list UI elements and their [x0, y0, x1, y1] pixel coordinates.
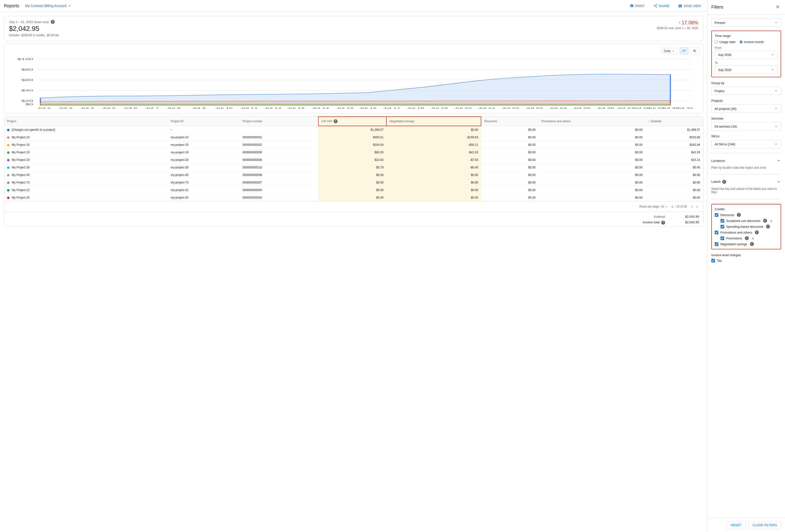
- cell-project-id: my-project-19: [168, 149, 240, 156]
- svg-text:$100: $100: [17, 58, 33, 60]
- table-row: My Project 26 my-project-26 000000000010…: [4, 164, 703, 171]
- promotions-checkbox[interactable]: [720, 237, 724, 240]
- project-dot: [7, 152, 9, 154]
- svg-text:Jul 15: Jul 15: [336, 107, 354, 109]
- cell-project: My Project 73: [4, 179, 168, 186]
- svg-text:Jul 19: Jul 19: [431, 107, 448, 109]
- svg-text:Jul 24: Jul 24: [549, 107, 566, 109]
- cell-list-cost: $0.00: [318, 171, 387, 179]
- table-row: My Project 10 my-project-10 000000000001…: [4, 134, 703, 141]
- cell-negotiated: $0.00: [386, 126, 481, 134]
- cell-list-cost: $0.00: [318, 179, 387, 186]
- svg-text:Jul 10: Jul 10: [216, 107, 233, 109]
- col-promotions: Promotions and others: [538, 117, 645, 126]
- spending-based-help-icon[interactable]: ?: [766, 224, 770, 229]
- labels-desc: Select the key and values of the labels …: [711, 187, 781, 194]
- list-cost-help-icon[interactable]: ?: [334, 119, 337, 123]
- invoice-month-option[interactable]: Invoice month: [739, 40, 764, 44]
- filters-body: Presets Time range Usage date Invoice mo…: [707, 15, 785, 518]
- skus-dropdown[interactable]: All SKUs (194): [711, 140, 781, 148]
- granularity-selector[interactable]: Daily: [661, 48, 678, 54]
- promotions-and-others-help-icon[interactable]: ?: [755, 231, 759, 234]
- project-dot: [7, 144, 9, 146]
- services-dropdown[interactable]: All services (16): [711, 122, 781, 131]
- chart-area: $100 $80 $60 $40 $20 $0 Jul 2: [8, 57, 699, 110]
- svg-text:Jul 26: Jul 26: [597, 107, 614, 109]
- negotiated-checkbox[interactable]: [715, 242, 718, 246]
- summary-note: includes -$258.66 in credits , $0.00 tax: [9, 33, 59, 37]
- skus-value: All SKUs (194): [714, 142, 735, 146]
- cell-negotiated: -$7.50: [386, 156, 481, 164]
- time-range-section: Time range Usage date Invoice month From…: [711, 31, 781, 77]
- line-chart-button[interactable]: [680, 47, 688, 55]
- labels-row[interactable]: Labels ?: [711, 179, 781, 184]
- prev-page-button[interactable]: ‹: [690, 204, 694, 210]
- cell-negotiated: -$159.63: [386, 134, 481, 141]
- cell-project-id: my-project-73: [168, 179, 240, 186]
- to-dropdown[interactable]: July 2020: [715, 65, 778, 74]
- sustained-use-checkbox[interactable]: [720, 219, 724, 222]
- close-filters-button-bottom[interactable]: CLOSE FILTERS: [749, 521, 781, 529]
- table-row: [Charges not specific to a project] – $1…: [4, 126, 703, 134]
- bar-chart-icon: [692, 48, 697, 53]
- svg-text:Jul 14: Jul 14: [312, 107, 329, 109]
- sustained-use-collapse-button[interactable]: ∧: [769, 219, 773, 222]
- usage-date-radio[interactable]: [715, 41, 718, 44]
- cell-project: My Project 10: [4, 134, 168, 141]
- cell-list-cost: $0.00: [318, 194, 387, 202]
- labels-help-icon[interactable]: ?: [722, 180, 726, 184]
- group-by-dropdown[interactable]: Project: [711, 87, 781, 95]
- negotiated-help-icon[interactable]: ?: [750, 242, 754, 246]
- from-label: From: [715, 46, 778, 50]
- filters-sidebar: Filters Presets Time range Usage date: [707, 0, 785, 532]
- svg-text:Jul 23: Jul 23: [526, 107, 543, 109]
- promotions-collapse-button[interactable]: ∧: [751, 236, 755, 240]
- save-view-label: SAVE VIEW: [684, 4, 701, 8]
- save-view-button[interactable]: SAVE VIEW: [676, 2, 703, 9]
- locations-row[interactable]: Locations: [711, 158, 781, 163]
- account-selector[interactable]: My Contract Billing Account: [25, 4, 72, 8]
- summary-change: ↑ 17.08%: [657, 20, 698, 26]
- print-button[interactable]: PRINT: [627, 2, 647, 9]
- presets-dropdown[interactable]: Presets: [711, 19, 781, 27]
- rows-per-page-chevron-icon[interactable]: [665, 205, 668, 208]
- svg-text:Jul 12: Jul 12: [264, 107, 282, 109]
- discounts-help-icon[interactable]: ?: [737, 213, 741, 217]
- project-dot: [7, 129, 9, 131]
- skus-section: SKUs All SKUs (194): [711, 134, 781, 148]
- invoice-total-help-icon[interactable]: ?: [661, 221, 665, 224]
- period-help-icon[interactable]: ?: [51, 20, 55, 24]
- spending-based-checkbox[interactable]: [720, 225, 724, 229]
- table-body: [Charges not specific to a project] – $1…: [4, 126, 703, 201]
- services-label: Services: [711, 117, 781, 120]
- main-content: July 1 – 31, 2020 (total cost) ? $2,042.…: [0, 12, 707, 532]
- close-filters-button[interactable]: [774, 3, 781, 11]
- credits-box: Credits Discounts ? Sustained use discou…: [711, 204, 781, 249]
- share-button[interactable]: SHARE: [651, 2, 672, 9]
- cell-project-number: 000000000002: [239, 141, 318, 149]
- cell-project-number: 000000000010: [239, 164, 318, 171]
- invoice-month-radio[interactable]: [739, 41, 743, 44]
- skus-chevron-icon: [774, 142, 778, 146]
- subtotal-label: Subtotal: [654, 215, 665, 218]
- services-chevron-icon: [774, 125, 778, 128]
- sustained-use-help-icon[interactable]: ?: [763, 219, 767, 222]
- cell-promotions: $0.00: [538, 194, 645, 202]
- totals-section: Subtotal $2,042.95 Invoice total ? $2,04…: [4, 212, 703, 227]
- promotions-label: Promotions: [726, 237, 742, 240]
- discounts-checkbox[interactable]: [715, 213, 718, 217]
- tax-checkbox[interactable]: [711, 259, 715, 263]
- projects-dropdown[interactable]: All projects (40): [711, 105, 781, 113]
- cell-discounts: $0.00: [481, 171, 538, 179]
- table-footer: Rows per page: 10 1 – 10 of 20 ‹ ›: [4, 201, 703, 212]
- bar-chart-button[interactable]: [690, 47, 699, 55]
- next-page-button[interactable]: ›: [695, 204, 699, 210]
- from-dropdown[interactable]: July 2020: [715, 51, 778, 59]
- reset-button[interactable]: RESET: [727, 521, 745, 529]
- usage-date-option[interactable]: Usage date: [715, 40, 736, 44]
- locations-chevron-icon: [776, 158, 781, 163]
- promotions-help-icon[interactable]: ?: [745, 236, 749, 240]
- cell-project-id: my-project-26: [168, 164, 240, 171]
- projects-value: All projects (40): [714, 107, 736, 111]
- promotions-and-others-checkbox[interactable]: [715, 231, 718, 234]
